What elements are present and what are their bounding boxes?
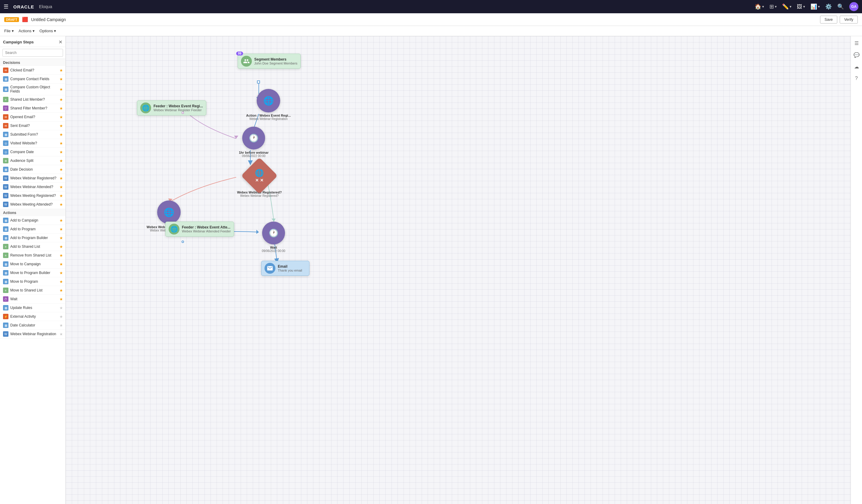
sidebar-item-wait[interactable]: ⏱ Wait ★ [0,295,65,304]
chart-nav-btn[interactable]: 📊 ▾ [810,3,820,10]
sidebar-item-move-program[interactable]: ▦ Move to Program ★ [0,277,65,286]
star-move-program-builder[interactable]: ★ [60,271,63,275]
sidebar-item-date-decision[interactable]: ▦ Date Decision ★ [0,165,65,174]
sidebar-close-icon[interactable]: ✕ [58,39,63,45]
star-clicked-email[interactable]: ★ [60,68,63,72]
edit-nav-btn[interactable]: ✏️ ▾ [782,3,792,10]
sidebar-item-webex-registered[interactable]: W Webex Webinar Registered? ★ [0,174,65,183]
sidebar-item-webex-meeting-att[interactable]: W Webex Meeting Attended? ★ [0,200,65,209]
star-compare-contact[interactable]: ★ [60,77,63,81]
verify-button[interactable]: Verify [840,16,858,24]
shared-filter-icon: ▽ [3,106,9,111]
sidebar-item-submitted-form[interactable]: ▦ Submitted Form? ★ [0,130,65,139]
segment-members-node[interactable]: 99 Segment Members John Doe Segment Memb… [238,54,301,69]
segment-icon [241,56,252,67]
actions-menu[interactable]: Actions ▾ [19,29,35,33]
star-move-shared-list[interactable]: ★ [60,288,63,293]
sidebar-item-sent-email[interactable]: ✉ Sent Email? ★ [0,121,65,130]
star-audience-split[interactable]: ★ [60,159,63,163]
svg-marker-5 [272,218,276,222]
star-compare-date[interactable]: ★ [60,150,63,154]
star-webex-registered[interactable]: ★ [60,176,63,181]
feeder2-icon: 🌐 [169,224,180,235]
save-button[interactable]: Save [820,16,837,24]
star-external-activity[interactable]: ★ [60,314,63,319]
home-nav-btn[interactable]: 🏠 ▾ [755,3,764,10]
star-wait[interactable]: ★ [60,297,63,302]
decision-node[interactable]: 🌐 ✕ ✕ Webex Webinar Registered? Webex We… [237,163,282,197]
feeder1-text: Feeder : Webex Event Regi... Webex Webin… [154,104,203,112]
sidebar-item-remove-shared-list[interactable]: ≡ Remove from Shared List ★ [0,251,65,260]
sidebar-item-webex-meeting-reg[interactable]: W Webex Meeting Registered? ★ [0,191,65,200]
star-add-program[interactable]: ★ [60,227,63,231]
sidebar-item-compare-custom[interactable]: ▦ Compare Custom Object Fields ★ [0,83,65,95]
star-visited-website[interactable]: ★ [60,141,63,146]
chat-panel-icon[interactable]: 💬 [852,51,861,59]
star-update-rules[interactable]: ★ [60,306,63,310]
star-webex-meeting-reg[interactable]: ★ [60,194,63,198]
sidebar-item-webex-attended[interactable]: W Webex Webinar Attended? ★ [0,183,65,191]
sidebar-item-visited-website[interactable]: ◎ Visited Website? ★ [0,139,65,148]
sidebar-item-move-program-builder[interactable]: ▦ Move to Program Builder ★ [0,268,65,277]
feeder2-node[interactable]: 🌐 Feeder : Webex Event Atte... Webex Web… [165,222,234,237]
sidebar-item-move-campaign[interactable]: ▦ Move to Campaign ★ [0,260,65,268]
sidebar-item-date-calculator[interactable]: ▦ Date Calculator ★ [0,321,65,330]
star-add-program-builder[interactable]: ★ [60,236,63,240]
sidebar-item-shared-filter[interactable]: ▽ Shared Filter Member? ★ [0,104,65,113]
sidebar-item-add-campaign[interactable]: ▦ Add to Campaign ★ [0,216,65,225]
sidebar-item-compare-date[interactable]: ◎ Compare Date ★ [0,148,65,157]
sidebar-item-add-shared-list[interactable]: ≡ Add to Shared List ★ [0,242,65,251]
email-node[interactable]: Email Thank you email [261,261,310,276]
user-avatar[interactable]: GA [849,2,858,11]
star-shared-list-member[interactable]: ★ [60,97,63,102]
sidebar-item-webex-reg-action[interactable]: W Webex Webinar Registration ★ [0,330,65,339]
star-remove-shared-list[interactable]: ★ [60,253,63,258]
gear-nav-btn[interactable]: ⚙️ [825,3,832,10]
campaign-icon: 🟥 [22,16,28,22]
file-menu[interactable]: File ▾ [4,29,14,33]
sidebar-item-compare-contact[interactable]: ▦ Compare Contact Fields ★ [0,75,65,83]
star-compare-custom[interactable]: ★ [60,87,63,92]
webex-meeting-att-icon: W [3,202,9,207]
sidebar-item-add-program-builder[interactable]: ▦ Add to Program Builder ★ [0,234,65,242]
star-opened-email[interactable]: ★ [60,115,63,119]
wait1-node[interactable]: 🕐 1hr before webinar 09/06/2022 00:00 [239,127,269,158]
star-date-decision[interactable]: ★ [60,167,63,172]
sidebar-item-shared-list-member[interactable]: ≡ Shared List Member? ★ [0,95,65,104]
sidebar-item-move-shared-list[interactable]: ≡ Move to Shared List ★ [0,286,65,295]
canvas-area[interactable]: 99 Segment Members John Doe Segment Memb… [66,36,850,504]
search-input[interactable] [2,49,63,57]
sidebar-item-external-activity[interactable]: ⚡ External Activity ★ [0,312,65,321]
star-webex-reg-action[interactable]: ★ [60,332,63,336]
lines-panel-icon[interactable]: ☰ [853,39,860,47]
action-webex-node[interactable]: 🌐 Action : Webex Event Regi... Webex Web… [246,89,291,121]
sidebar-item-audience-split[interactable]: ⊕ Audience Split ★ [0,157,65,165]
star-webex-attended[interactable]: ★ [60,185,63,189]
options-menu[interactable]: Options ▾ [40,29,56,33]
add-program-icon: ▦ [3,226,9,232]
sidebar-item-opened-email[interactable]: ✉ Opened Email? ★ [0,113,65,121]
search-nav-btn[interactable]: 🔍 [837,3,844,10]
star-sent-email[interactable]: ★ [60,123,63,128]
sidebar-item-add-program[interactable]: ▦ Add to Program ★ [0,225,65,234]
star-move-program[interactable]: ★ [60,279,63,284]
sidebar-item-clicked-email[interactable]: ✉ Clicked Email? ★ [0,66,65,75]
search-box [0,47,65,59]
star-submitted-form[interactable]: ★ [60,132,63,137]
cloud-panel-icon[interactable]: ☁ [853,63,860,71]
title-bar: DRAFT 🟥 Untitled Campaign Save Verify [0,13,862,26]
star-move-campaign[interactable]: ★ [60,262,63,266]
grid-nav-btn[interactable]: ⊞ ▾ [769,3,776,10]
star-add-campaign[interactable]: ★ [60,218,63,223]
question-panel-icon[interactable]: ? [854,75,859,82]
star-shared-filter[interactable]: ★ [60,106,63,111]
compare-date-icon: ◎ [3,149,9,155]
hamburger-icon[interactable]: ☰ [4,3,9,10]
image-nav-btn[interactable]: 🖼 ▾ [797,4,805,10]
sidebar-item-update-rules[interactable]: ▦ Update Rules ★ [0,304,65,312]
star-add-shared-list[interactable]: ★ [60,244,63,249]
star-date-calculator[interactable]: ★ [60,323,63,328]
star-webex-meeting-att[interactable]: ★ [60,202,63,207]
feeder1-node[interactable]: 🌐 Feeder : Webex Event Regi... Webex Web… [137,101,206,116]
wait2-node[interactable]: 🕐 Wait 09/06/2022 00:00 [262,222,285,253]
